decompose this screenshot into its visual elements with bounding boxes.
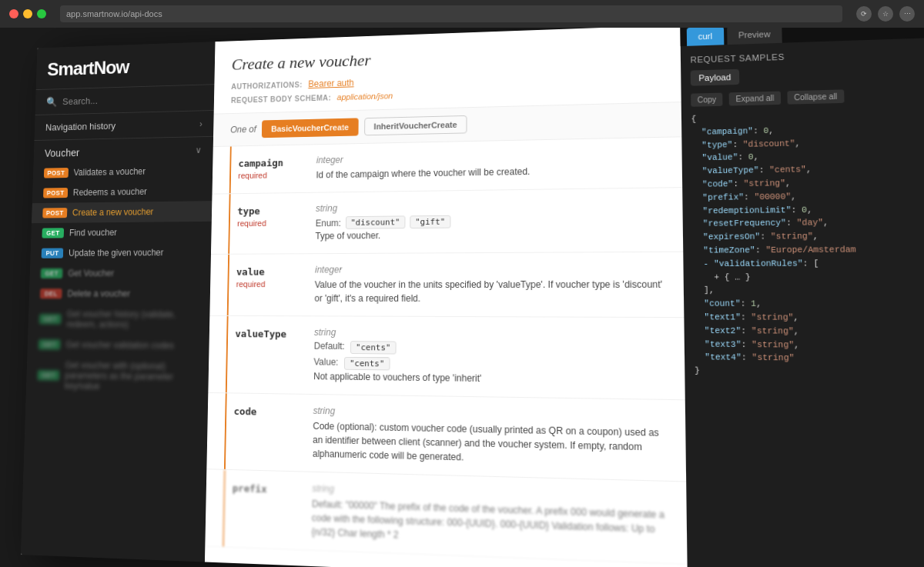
field-name: type xyxy=(237,205,259,217)
sidebar-item-validation-codes[interactable]: GET Get voucher validation codes xyxy=(27,334,209,356)
method-badge-post: POST xyxy=(42,208,67,218)
field-name: valueType xyxy=(235,328,286,339)
schema-tab-basic[interactable]: BasicVoucherCreate xyxy=(262,118,359,138)
sidebar-item-validates[interactable]: POST Validates a voucher xyxy=(33,160,213,183)
field-required: required xyxy=(237,218,310,228)
search-icon: 🔍 xyxy=(46,96,57,107)
method-badge-post: POST xyxy=(44,168,69,178)
sidebar-item-params[interactable]: GET Get voucher with (optional) paramete… xyxy=(26,355,209,399)
nav-history-item[interactable]: Navigation history › xyxy=(35,111,214,141)
field-left-value: value required xyxy=(227,265,315,305)
sidebar: SmartNow 🔍 Search... Navigation history … xyxy=(21,42,216,562)
field-left-campaign: campaign required xyxy=(229,155,316,183)
browser-icons: ⟳ ☆ ⋯ xyxy=(856,6,915,22)
sidebar-item-get[interactable]: GET Get Voucher xyxy=(29,262,210,283)
field-right-valuetype: string Default: "cents" Value: "cents" N… xyxy=(313,327,665,388)
sidebar-item-delete[interactable]: DEL Delete a voucher xyxy=(29,283,211,304)
sidebar-item-history[interactable]: GET Get voucher history (validate, redee… xyxy=(28,304,209,335)
url-text: app.smartnow.io/api-docs xyxy=(66,9,162,18)
browser-icon-1[interactable]: ⟳ xyxy=(856,6,872,22)
voucher-section-header[interactable]: Voucher ∨ xyxy=(34,137,213,164)
sidebar-item-find[interactable]: GET Find voucher xyxy=(31,222,212,243)
authorizations-label: AUTHORIZATIONS: xyxy=(231,80,303,90)
code-block: { "campaign": 0, "type": "discount", "va… xyxy=(691,107,924,381)
maximize-dot[interactable] xyxy=(37,9,46,18)
main-content: Create a new voucher AUTHORIZATIONS: Bea… xyxy=(205,25,688,567)
field-right-type: string Enum: "discount" "gift" Type of v… xyxy=(315,199,663,243)
right-panel-content: Request samples Payload Copy Expand all … xyxy=(681,38,924,567)
sidebar-item-update[interactable]: PUT Update the given voucher xyxy=(30,242,211,264)
method-badge-get: GET xyxy=(39,314,62,324)
default-value: "cents" xyxy=(350,341,396,354)
field-desc: Type of voucher. xyxy=(315,226,663,242)
sidebar-item-label: Get voucher validation codes xyxy=(65,339,197,351)
field-name: code xyxy=(234,405,257,417)
field-default-row: Default: "cents" xyxy=(314,341,665,357)
request-body-label: REQUEST BODY SCHEMA: xyxy=(231,93,331,104)
field-prefix: prefix string Default: "00000" The prefi… xyxy=(205,469,687,565)
browser-icon-2[interactable]: ☆ xyxy=(878,6,893,22)
content-header: Create a new voucher AUTHORIZATIONS: Bea… xyxy=(214,25,681,114)
enum-value-discount: "discount" xyxy=(346,215,406,228)
field-right-value: integer Value of the voucher in the unit… xyxy=(314,263,664,305)
field-left-valuetype: valueType xyxy=(226,326,314,383)
url-bar[interactable]: app.smartnow.io/api-docs xyxy=(60,5,842,22)
field-type: string xyxy=(314,327,665,340)
method-badge-get: GET xyxy=(41,268,63,278)
field-desc: Code (optional): custom voucher code (us… xyxy=(313,419,666,469)
field-required: required xyxy=(238,170,310,180)
sidebar-item-label: Redeems a voucher xyxy=(73,185,201,198)
field-right-code: string Code (optional): custom voucher c… xyxy=(313,405,666,469)
authorizations-value[interactable]: Bearer auth xyxy=(308,78,354,89)
sidebar-item-create[interactable]: POST Create a new voucher xyxy=(32,201,212,223)
nav-history-label: Navigation history xyxy=(45,120,116,132)
browser-icon-3[interactable]: ⋯ xyxy=(899,6,915,22)
request-sample-label: Request samples xyxy=(690,47,924,64)
collapse-all-button[interactable]: Collapse all xyxy=(787,89,844,104)
field-desc: Value of the voucher in the units specif… xyxy=(314,278,664,306)
enum-label: Enum: xyxy=(316,218,341,228)
field-type: integer xyxy=(315,263,664,275)
page-title: Create a new voucher xyxy=(232,41,661,74)
field-code: code string Code (optional): custom vouc… xyxy=(206,393,686,482)
field-left-code: code xyxy=(224,404,313,461)
method-badge-delete: DEL xyxy=(40,289,62,299)
field-valuetype: valueType string Default: "cents" Value:… xyxy=(208,316,685,400)
sidebar-item-label: Validates a voucher xyxy=(73,165,201,178)
expand-all-button[interactable]: Expand all xyxy=(729,92,781,106)
field-type: string xyxy=(316,199,663,214)
minimize-dot[interactable] xyxy=(23,9,32,18)
field-value: value required integer Value of the vouc… xyxy=(209,252,684,318)
section-label: Voucher xyxy=(45,147,80,159)
field-left-prefix: prefix xyxy=(223,481,312,539)
field-desc: Not applicable to vouchers of type 'inhe… xyxy=(313,369,665,388)
code-copy-row: Copy Expand all Collapse all xyxy=(691,87,924,107)
sidebar-item-label: Get voucher history (validate, redeem, a… xyxy=(66,309,199,331)
browser-chrome: app.smartnow.io/api-docs ⟳ ☆ ⋯ xyxy=(0,0,924,28)
close-dot[interactable] xyxy=(9,9,18,18)
field-campaign: campaign required integer Id of the camp… xyxy=(213,137,683,194)
schema-tab-inherit[interactable]: InheritVoucherCreate xyxy=(364,115,467,135)
request-body-value: application/json xyxy=(337,92,393,102)
default-label: Default: xyxy=(314,341,345,354)
search-placeholder: Search... xyxy=(62,95,98,107)
lang-selector[interactable]: Payload xyxy=(691,69,739,86)
field-name: campaign xyxy=(238,157,283,168)
field-desc: Default: "00000" The prefix of the code … xyxy=(312,497,668,552)
method-badge-get: GET xyxy=(38,339,61,350)
sidebar-item-label: Find voucher xyxy=(69,227,200,238)
value-value: "cents" xyxy=(344,357,390,371)
copy-button[interactable]: Copy xyxy=(691,93,723,107)
value-label: Value: xyxy=(313,356,338,369)
chevron-right-icon: › xyxy=(199,118,203,128)
field-left-type: type required xyxy=(228,203,316,243)
tab-curl[interactable]: curl xyxy=(687,26,724,46)
sidebar-item-redeems[interactable]: POST Redeems a voucher xyxy=(32,181,213,204)
field-name: value xyxy=(236,266,265,278)
enum-value-gift: "gift" xyxy=(410,215,450,228)
schema-fields: campaign required integer Id of the camp… xyxy=(205,137,688,567)
sidebar-item-label: Update the given voucher xyxy=(69,247,199,258)
sidebar-item-label: Get voucher with (optional) parameters a… xyxy=(65,360,198,393)
oneof-label: One of xyxy=(230,124,256,135)
field-right-campaign: integer Id of the campaign where the vou… xyxy=(316,148,662,182)
